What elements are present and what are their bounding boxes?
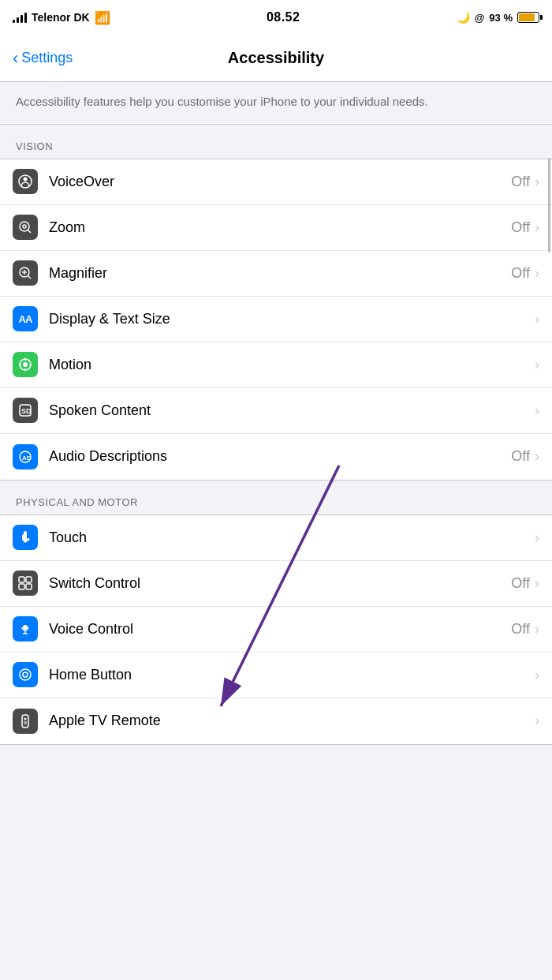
time-display: 08.52 (267, 10, 300, 24)
svg-point-3 (23, 225, 26, 228)
voiceover-label: VoiceOver (49, 174, 511, 190)
motion-chevron-icon: › (535, 357, 539, 373)
section-header-vision: VISION (0, 125, 552, 159)
page-title: Accessibility (228, 49, 324, 67)
switch-control-chevron-icon: › (535, 575, 539, 592)
back-label: Settings (21, 50, 73, 66)
zoom-value: Off (511, 219, 530, 236)
battery-indicator (517, 12, 539, 23)
switch-control-value: Off (511, 575, 530, 592)
motion-icon (13, 352, 38, 377)
magnifier-value: Off (511, 265, 530, 282)
svg-point-29 (24, 717, 27, 720)
spoken-content-icon: SD (13, 398, 38, 423)
voice-control-item[interactable]: Voice Control Off › (0, 607, 552, 653)
audio-descriptions-chevron-icon: › (535, 448, 539, 465)
status-bar: Telenor DK 📶 08.52 🌙 @ 93 % (0, 0, 552, 35)
magnifier-icon (13, 260, 38, 286)
svg-line-6 (28, 276, 32, 279)
moon-icon: 🌙 (457, 11, 470, 24)
motion-item[interactable]: Motion › (0, 342, 552, 388)
audio-descriptions-value: Off (511, 448, 530, 465)
svg-rect-21 (19, 584, 24, 589)
svg-point-23 (23, 625, 28, 630)
touch-chevron-icon: › (535, 529, 539, 546)
spoken-content-chevron-icon: › (535, 402, 539, 419)
svg-point-26 (20, 669, 31, 680)
apple-tv-remote-item[interactable]: Apple TV Remote › (0, 698, 552, 744)
touch-icon (13, 525, 38, 550)
display-text-size-label: Display & Text Size (49, 311, 530, 327)
svg-point-1 (24, 178, 28, 181)
motion-label: Motion (49, 357, 530, 373)
apple-tv-remote-chevron-icon: › (535, 713, 539, 729)
magnifier-item[interactable]: Magnifier Off › (0, 251, 552, 297)
voice-control-label: Voice Control (49, 621, 511, 638)
home-button-label: Home Button (49, 667, 530, 683)
voiceover-value: Off (511, 174, 530, 190)
zoom-label: Zoom (49, 219, 511, 236)
voice-control-value: Off (511, 621, 530, 638)
apple-tv-remote-label: Apple TV Remote (49, 713, 530, 729)
voice-control-chevron-icon: › (535, 621, 539, 638)
back-button[interactable]: ‹ Settings (13, 50, 73, 67)
display-text-size-chevron-icon: › (535, 311, 539, 327)
home-button-chevron-icon: › (535, 667, 539, 683)
back-chevron-icon: ‹ (13, 50, 18, 67)
spoken-content-item[interactable]: SD Spoken Content › (0, 388, 552, 434)
svg-rect-20 (26, 577, 32, 582)
description-block: Accessibility features help you customis… (0, 82, 552, 125)
display-text-size-item[interactable]: AA Display & Text Size › (0, 297, 552, 342)
description-text: Accessibility features help you customis… (16, 93, 536, 111)
audio-descriptions-item[interactable]: AD Audio Descriptions Off › (0, 434, 552, 480)
voiceover-icon (13, 169, 38, 194)
battery-percent: 93 % (489, 12, 513, 24)
physical-motor-settings-list: Touch › Switch Control Off › Voice Contr… (0, 514, 552, 745)
touch-label: Touch (49, 529, 530, 546)
spoken-content-label: Spoken Content (49, 402, 530, 419)
switch-control-label: Switch Control (49, 575, 511, 592)
audio-descriptions-label: Audio Descriptions (49, 448, 511, 465)
svg-text:AD: AD (22, 454, 32, 462)
zoom-icon (13, 215, 38, 240)
zoom-chevron-icon: › (535, 219, 539, 236)
voiceover-item[interactable]: VoiceOver Off › (0, 159, 552, 205)
navigation-bar: ‹ Settings Accessibility (0, 35, 552, 82)
wifi-icon: 📶 (95, 10, 110, 25)
audio-descriptions-icon: AD (13, 444, 38, 469)
vision-settings-list: VoiceOver Off › Zoom Off › Magnifier Off… (0, 159, 552, 481)
touch-item[interactable]: Touch › (0, 515, 552, 561)
scrollbar[interactable] (548, 158, 550, 252)
magnifier-chevron-icon: › (535, 265, 539, 282)
svg-point-27 (23, 672, 28, 677)
display-text-size-icon: AA (13, 306, 38, 331)
signal-icon (13, 12, 27, 23)
svg-text:SD: SD (21, 407, 32, 415)
svg-point-10 (23, 362, 28, 367)
switch-control-item[interactable]: Switch Control Off › (0, 561, 552, 607)
svg-line-4 (28, 230, 32, 234)
switch-control-icon (13, 570, 38, 596)
home-button-item[interactable]: Home Button › (0, 653, 552, 698)
voiceover-chevron-icon: › (535, 174, 539, 190)
location-icon: @ (475, 12, 485, 24)
svg-rect-28 (22, 715, 28, 728)
magnifier-label: Magnifier (49, 265, 511, 282)
svg-rect-22 (26, 584, 32, 589)
zoom-item[interactable]: Zoom Off › (0, 205, 552, 251)
section-header-physical-motor: PHYSICAL AND MOTOR (0, 481, 552, 514)
home-button-icon (13, 662, 38, 687)
apple-tv-remote-icon (13, 709, 38, 734)
svg-rect-19 (19, 577, 24, 582)
voice-control-icon (13, 616, 38, 641)
svg-point-2 (20, 222, 29, 231)
carrier-label: Telenor DK (32, 11, 90, 24)
